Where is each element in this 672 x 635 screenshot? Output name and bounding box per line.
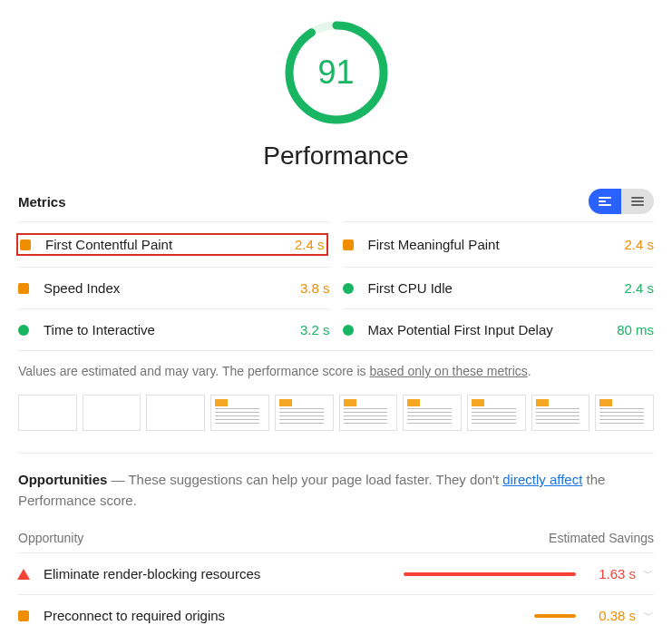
metric-value: 2.4 s bbox=[624, 280, 654, 296]
metric-item[interactable]: Time to Interactive3.2 s bbox=[18, 308, 330, 350]
filmstrip-frame[interactable] bbox=[531, 395, 590, 431]
status-badge bbox=[343, 239, 354, 250]
align-left-icon bbox=[599, 197, 611, 206]
metric-item[interactable]: Max Potential First Input Delay80 ms bbox=[343, 308, 655, 350]
opportunity-name: Preconnect to required origins bbox=[44, 608, 404, 623]
filmstrip-frame[interactable] bbox=[339, 395, 398, 431]
savings-bar bbox=[404, 572, 576, 576]
metrics-heading: Metrics bbox=[18, 194, 66, 210]
opportunities-intro: Opportunities — These suggestions can he… bbox=[18, 454, 654, 523]
metric-value: 2.4 s bbox=[624, 237, 654, 252]
status-badge bbox=[20, 239, 31, 250]
metric-name: First CPU Idle bbox=[368, 280, 625, 296]
view-toggle bbox=[589, 189, 654, 214]
metric-item[interactable]: Speed Index3.8 s bbox=[18, 267, 330, 308]
status-badge bbox=[18, 325, 29, 336]
metric-value: 3.2 s bbox=[300, 322, 330, 337]
status-badge bbox=[343, 283, 354, 294]
filmstrip-frame[interactable] bbox=[18, 395, 77, 431]
category-title: Performance bbox=[263, 142, 408, 171]
metric-name: Max Potential First Input Delay bbox=[368, 322, 618, 337]
opportunity-row[interactable]: Eliminate render-blocking resources1.63 … bbox=[18, 553, 654, 595]
filmstrip-frame[interactable] bbox=[275, 395, 334, 431]
filmstrip-frame[interactable] bbox=[403, 395, 462, 431]
savings-bar bbox=[404, 614, 576, 618]
filmstrip bbox=[18, 391, 654, 454]
score-value: 91 bbox=[282, 18, 391, 127]
filmstrip-frame[interactable] bbox=[83, 395, 141, 431]
filmstrip-frame[interactable] bbox=[146, 395, 205, 431]
metrics-note: Values are estimated and may vary. The p… bbox=[18, 350, 654, 391]
opportunity-name: Eliminate render-blocking resources bbox=[44, 566, 404, 581]
filmstrip-frame[interactable] bbox=[210, 395, 269, 431]
filmstrip-frame[interactable] bbox=[467, 395, 526, 431]
metric-item[interactable]: First Meaningful Paint2.4 s bbox=[343, 221, 655, 267]
status-badge bbox=[18, 283, 29, 294]
menu-icon bbox=[631, 197, 644, 206]
filmstrip-frame[interactable] bbox=[595, 395, 654, 431]
opportunities-intro-link[interactable]: directly affect bbox=[502, 472, 582, 487]
metric-item[interactable]: First Contentful Paint2.4 s bbox=[18, 221, 330, 267]
metric-name: Speed Index bbox=[44, 280, 300, 296]
savings-value: 1.63 s bbox=[587, 566, 636, 581]
view-compact-toggle[interactable] bbox=[621, 189, 654, 214]
status-badge bbox=[343, 325, 354, 336]
metric-item[interactable]: First CPU Idle2.4 s bbox=[343, 267, 655, 308]
opportunities-header: Opportunity Estimated Savings bbox=[18, 523, 654, 553]
metric-name: First Meaningful Paint bbox=[368, 237, 625, 252]
square-icon bbox=[18, 611, 29, 621]
metric-name: First Contentful Paint bbox=[45, 237, 295, 252]
opportunity-row[interactable]: Preconnect to required origins0.38 s﹀ bbox=[18, 595, 654, 635]
metric-name: Time to Interactive bbox=[44, 322, 300, 337]
chevron-down-icon[interactable]: ﹀ bbox=[643, 566, 654, 581]
chevron-down-icon[interactable]: ﹀ bbox=[643, 608, 654, 623]
score-gauge: 91 bbox=[282, 18, 391, 127]
metric-value: 3.8 s bbox=[300, 280, 330, 296]
metric-value: 2.4 s bbox=[295, 237, 325, 252]
metrics-note-link[interactable]: based only on these metrics bbox=[370, 364, 528, 378]
savings-value: 0.38 s bbox=[587, 608, 636, 623]
metric-value: 80 ms bbox=[617, 322, 654, 337]
view-description-toggle[interactable] bbox=[589, 189, 621, 214]
triangle-icon bbox=[17, 569, 30, 580]
